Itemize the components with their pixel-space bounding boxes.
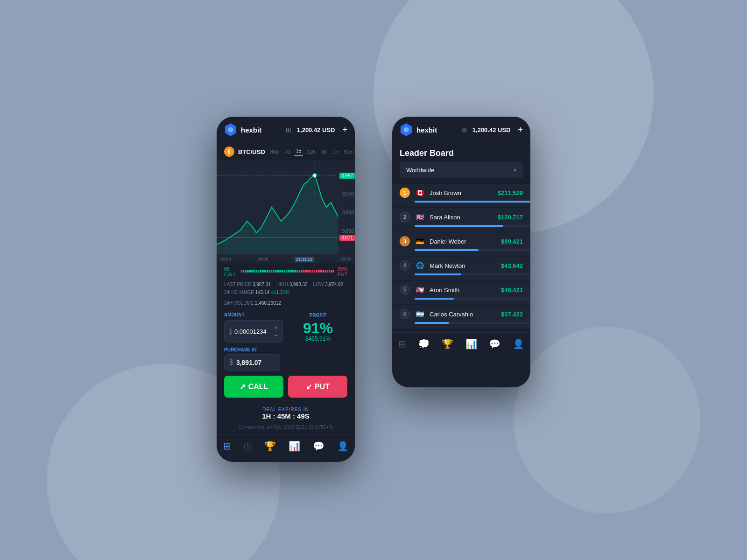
pair-row: ₿ BTC/USD 30d 7d 1d 12h 3h 1h 30m [217,143,355,161]
phones-container: hexbit ⊞ 1,200.42 USD + ₿ BTC/USD 30d 7d… [217,117,530,462]
profit-label: PROFIT [310,313,327,318]
24h-change: 24H CHANGE 142.14 +11.31% [224,290,289,295]
tf-30d[interactable]: 30d [269,148,280,155]
nav-grid[interactable]: ⊞ [223,441,231,452]
nav-trophy[interactable]: 🏆 [264,441,276,452]
add-button-left[interactable]: + [342,125,347,135]
list-item: 4 🌐 Mark Newton $43,642 [392,257,530,280]
call-button[interactable]: ↗ CALL [224,376,283,398]
tf-12h[interactable]: 12h [306,148,317,155]
deal-expires-time: 1H : 45M : 49S [217,412,355,420]
current-time: Current time: 14 Feb, 2019 22:31:23 (UTC… [217,422,355,434]
call-arrow-icon: ↗ [240,382,246,391]
high-price: HIGH 3,993.33 [276,282,308,287]
tf-1d[interactable]: 1d [294,147,303,156]
time-0000: 00:00 [220,257,231,262]
time-2300: 23:00 [340,257,351,262]
nav-chat-right[interactable]: 💬 [489,338,500,350]
purchase-value: 3,891.07 [236,359,262,366]
hexbit-logo [224,123,237,136]
leader-name: Sara Alison [430,214,493,221]
leader-name: Carlos Carvahlo [430,311,496,318]
red-line-tag: 3,871 [339,235,355,241]
call-label: CALL [248,383,268,391]
add-button-right[interactable]: + [518,125,523,135]
nav-trophy-right[interactable]: 🏆 [442,338,453,350]
amount-decrease[interactable]: − [274,332,278,338]
leader-amount: $120,717 [498,214,523,221]
price-info-2: 24H CHANGE 142.14 +11.31% 24H VOLUME 2,4… [217,289,355,308]
nav-chat[interactable]: 💬 [313,441,324,452]
leader-bar-container [415,225,530,227]
dropdown-arrow-icon: ▾ [514,167,516,174]
leader-bar [415,273,461,275]
leader-bar [415,225,503,227]
flag: 🇨🇦 [415,189,425,196]
rank-badge: 3 [400,236,410,246]
leader-bar-container [415,273,530,275]
nav-clock[interactable]: ◷ [244,441,252,452]
worldwide-dropdown[interactable]: Worldwide ▾ [400,162,523,178]
list-item: 2 🇬🇧 Sara Alison $120,717 [392,208,530,231]
call-pct: 65 CALL [224,266,237,277]
24h-volume: 24H VOLUME 2,450.26012 [224,301,281,306]
nav-chart[interactable]: 📊 [289,441,300,452]
leader-amount: $40,421 [501,287,523,294]
app-name-left: hexbit [241,126,282,134]
tf-3h[interactable]: 3h [320,148,328,155]
left-header: hexbit ⊞ 1,200.42 USD + [217,117,355,143]
svg-point-9 [313,174,316,177]
action-buttons: ↗ CALL ↙ PUT [217,376,355,403]
nav-person-right[interactable]: 👤 [513,338,524,350]
rank-badge: 2 [400,212,410,222]
put-arrow-icon: ↙ [306,382,312,391]
amount-value[interactable]: 0.00001234 [234,328,272,335]
callput-dots: // Generated via DOM manipulation below [241,270,334,273]
purchase-input[interactable]: $ 3,891.07 [224,354,280,371]
tf-1h[interactable]: 1h [331,148,339,155]
nav-grid-right[interactable]: ⊞ [398,338,406,350]
price-3900: 3,900 [342,210,355,215]
chart-area: 4,000 3,950 3,900 3,850 3,987 3,871 00:0… [217,161,355,263]
put-pct: 35% PUT [338,266,348,277]
flag: 🇺🇸 [415,286,425,294]
dollar-symbol: $ [229,358,233,367]
time-labels: 00:00 03:00 21:31:12 23:00 [217,257,355,262]
amount-stepper: + − [274,324,278,338]
rank-badge: 5 [400,285,410,295]
rank-badge: 4 [400,260,410,271]
leader-bar-container [415,322,530,324]
price-3950: 3,950 [342,191,355,196]
rank-badge: 1 [400,188,410,198]
nav-bubble-right[interactable]: 💭 [418,338,430,350]
callput-bar: 65 CALL // Generated via DOM manipulatio… [217,263,355,280]
leader-amount: $89,421 [501,238,523,245]
current-price-tag: 3,987 [339,173,355,179]
leader-amount: $37,422 [501,311,523,318]
put-button[interactable]: ↙ PUT [288,376,347,398]
profit-pct: 91% [303,321,333,336]
amount-input: ₿ 0.00001234 + − [224,320,283,343]
leader-name: Daniel Weber [430,238,496,245]
flag: 🌐 [415,262,425,269]
leaders-list: 1 🇨🇦 Josh Brown $211,529 2 🇬🇧 Sara Aliso… [392,184,530,329]
hexbit-logo-right [400,123,413,136]
purchase-label: PURCHASE AT [224,347,347,352]
phone-right: hexbit ⊞ 1,200.42 USD + Leader Board Wor… [392,117,530,387]
low-price: LOW 3,974.92 [313,282,344,287]
btc-symbol: ₿ [229,328,233,335]
leader-bar-container [415,249,530,251]
leader-bar-container [415,201,530,203]
leaderboard-title: Leader Board [392,143,530,162]
tf-30m[interactable]: 30m [343,148,355,155]
wallet-icon: ⊞ [286,126,291,133]
bottom-nav-left: ⊞ ◷ 🏆 📊 💬 👤 [217,434,355,459]
leader-bar [415,322,449,324]
amount-increase[interactable]: + [274,324,278,331]
nav-chart-right[interactable]: 📊 [465,338,477,350]
leader-bar [415,298,454,300]
pair-name[interactable]: BTC/USD [238,148,265,155]
leader-bar-container [415,298,530,300]
tf-7d[interactable]: 7d [283,148,291,155]
nav-person[interactable]: 👤 [337,441,349,452]
